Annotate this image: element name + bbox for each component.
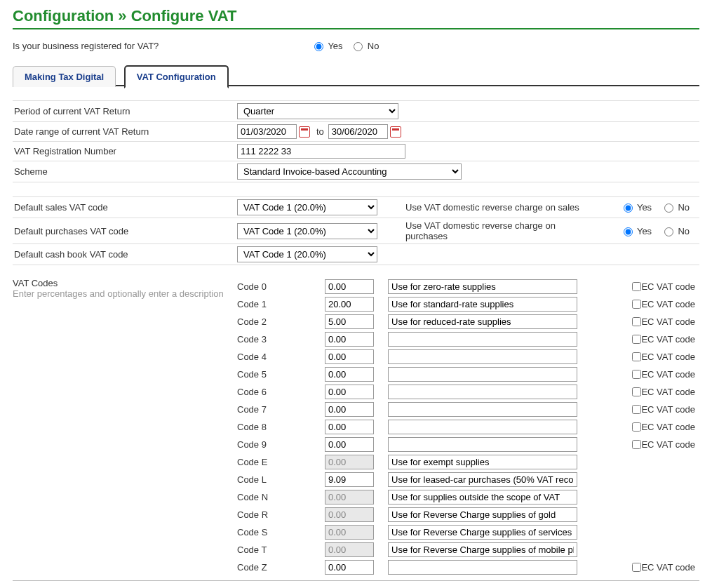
ec-vat-checkbox[interactable] (632, 440, 641, 449)
ec-vat-wrap: EC VAT code (632, 404, 699, 415)
vat-code-desc-input[interactable] (388, 420, 577, 434)
vat-code-label: Code 7 (237, 404, 325, 415)
tabs: Making Tax Digital VAT Configuration (13, 64, 699, 86)
vat-code-desc-input[interactable] (388, 349, 577, 364)
vat-code-percent-input[interactable] (325, 314, 374, 329)
vat-code-label: Code E (237, 457, 325, 467)
vat-code-desc-input[interactable] (388, 367, 577, 382)
ec-vat-label: EC VAT code (641, 299, 695, 309)
period-select[interactable]: Quarter (237, 103, 398, 119)
vat-codes-sub: Enter percentages and optionally enter a… (13, 288, 237, 299)
vat-code-desc-input[interactable] (388, 314, 577, 329)
vat-code-row: Code 3EC VAT code (237, 330, 699, 348)
ec-vat-checkbox[interactable] (632, 370, 641, 379)
ec-vat-checkbox[interactable] (632, 387, 641, 396)
ec-vat-wrap: EC VAT code (632, 439, 699, 450)
vat-code-percent-input[interactable] (325, 437, 374, 452)
vat-code-row: Code ZEC VAT code (237, 559, 699, 576)
vat-code-desc-input[interactable] (388, 542, 577, 557)
default-purchases-label: Default purchases VAT code (13, 226, 237, 236)
vat-code-label: Code 3 (237, 334, 325, 345)
vat-registered-radios: Yes No (314, 41, 387, 51)
calendar-icon[interactable] (299, 126, 310, 138)
ec-vat-checkbox[interactable] (632, 335, 641, 344)
vat-code-label: Code T (237, 544, 325, 555)
vat-code-percent-input (325, 507, 374, 522)
vat-registered-row: Is your business registered for VAT? Yes… (13, 31, 699, 64)
vat-code-desc-input[interactable] (388, 402, 577, 417)
date-from-input[interactable] (237, 124, 297, 139)
vat-code-row: Code 6EC VAT code (237, 383, 699, 401)
ec-vat-label: EC VAT code (641, 439, 695, 450)
vat-code-row: Code 1EC VAT code (237, 295, 699, 313)
ec-vat-wrap: EC VAT code (632, 299, 699, 309)
vat-code-percent-input[interactable] (325, 402, 374, 417)
vat-code-label: Code S (237, 527, 325, 537)
vat-code-row: Code S (237, 523, 699, 541)
vat-code-percent-input[interactable] (325, 332, 374, 347)
vat-code-label: Code 6 (237, 387, 325, 397)
vat-code-desc-input[interactable] (388, 560, 577, 575)
ec-vat-checkbox[interactable] (632, 282, 641, 291)
vat-code-percent-input[interactable] (325, 560, 374, 575)
ec-vat-checkbox[interactable] (632, 405, 641, 414)
vat-code-row: Code E (237, 453, 699, 471)
vat-code-label: Code 8 (237, 422, 325, 432)
reverse-purchases-no[interactable] (664, 227, 673, 236)
ec-vat-wrap: EC VAT code (632, 316, 699, 327)
vat-code-percent-input[interactable] (325, 472, 374, 487)
vat-code-row: Code N (237, 488, 699, 506)
vat-code-desc-input[interactable] (388, 385, 577, 399)
vat-code-percent-input[interactable] (325, 279, 374, 294)
vat-code-percent-input (325, 455, 374, 469)
vat-code-percent-input[interactable] (325, 349, 374, 364)
vat-code-label: Code 2 (237, 316, 325, 327)
ec-vat-wrap: EC VAT code (632, 387, 699, 397)
scheme-select[interactable]: Standard Invoice-based Accounting (237, 163, 462, 180)
ec-vat-checkbox[interactable] (632, 422, 641, 432)
reverse-sales-no[interactable] (664, 203, 673, 213)
tab-making-tax-digital[interactable]: Making Tax Digital (13, 66, 116, 87)
vat-registered-yes[interactable] (314, 42, 323, 51)
vat-code-desc-input[interactable] (388, 297, 577, 312)
vat-code-desc-input[interactable] (388, 437, 577, 452)
period-label: Period of current VAT Return (13, 106, 237, 116)
vat-code-desc-input[interactable] (388, 332, 577, 347)
default-sales-select[interactable]: VAT Code 1 (20.0%) (237, 199, 377, 215)
vat-code-row: Code 9EC VAT code (237, 436, 699, 453)
ec-vat-wrap: EC VAT code (632, 369, 699, 380)
ec-vat-wrap: EC VAT code (632, 352, 699, 362)
ec-vat-checkbox[interactable] (632, 563, 641, 572)
default-cashbook-label: Default cash book VAT code (13, 249, 237, 260)
default-purchases-select[interactable]: VAT Code 1 (20.0%) (237, 223, 377, 239)
ec-vat-checkbox[interactable] (632, 300, 641, 309)
vatreg-input[interactable] (237, 144, 405, 159)
daterange-label: Date range of current VAT Return (13, 126, 237, 137)
calendar-icon[interactable] (390, 126, 401, 138)
vat-code-percent-input[interactable] (325, 385, 374, 399)
reverse-sales-yes[interactable] (624, 203, 633, 213)
vat-code-label: Code 9 (237, 439, 325, 450)
vat-code-desc-input[interactable] (388, 455, 577, 469)
vatreg-label: VAT Registration Number (13, 146, 237, 156)
ec-vat-checkbox[interactable] (632, 352, 641, 361)
ec-vat-checkbox[interactable] (632, 317, 641, 326)
default-cashbook-select[interactable]: VAT Code 1 (20.0%) (237, 246, 377, 262)
vat-registered-no[interactable] (354, 42, 363, 51)
date-to-input[interactable] (328, 124, 388, 139)
ec-vat-label: EC VAT code (641, 316, 695, 327)
vat-code-percent-input[interactable] (325, 367, 374, 382)
vat-code-percent-input (325, 525, 374, 540)
vat-code-percent-input[interactable] (325, 297, 374, 312)
vat-code-desc-input[interactable] (388, 279, 577, 294)
ec-vat-wrap: EC VAT code (632, 562, 699, 573)
vat-code-desc-input[interactable] (388, 472, 577, 487)
vat-code-desc-input[interactable] (388, 525, 577, 540)
vat-code-desc-input[interactable] (388, 507, 577, 522)
vat-code-desc-input[interactable] (388, 490, 577, 505)
ec-vat-wrap: EC VAT code (632, 422, 699, 432)
ec-vat-label: EC VAT code (641, 387, 695, 397)
tab-vat-configuration[interactable]: VAT Configuration (124, 65, 229, 88)
vat-code-percent-input[interactable] (325, 420, 374, 434)
reverse-purchases-yes[interactable] (624, 227, 633, 236)
